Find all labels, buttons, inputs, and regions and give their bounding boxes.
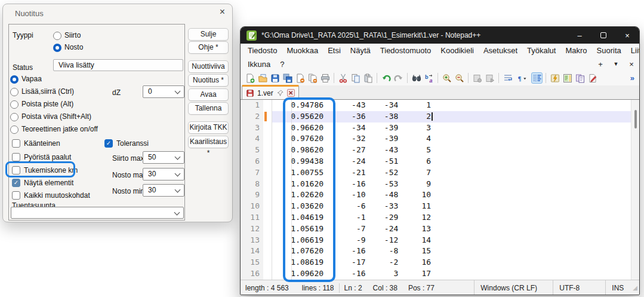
dz-combo[interactable]: 0 <box>143 85 184 98</box>
menu-item-muokkaa[interactable]: Muokkaa <box>282 44 323 57</box>
editor-text-line[interactable]: 0.97620 -32 -39 4 <box>272 133 639 145</box>
close-icon[interactable]: × <box>220 7 225 17</box>
paste-icon[interactable] <box>362 72 374 84</box>
siirto-max-combo[interactable]: 50 <box>143 151 184 164</box>
document-switcher-icon[interactable] <box>574 72 586 84</box>
eol-format[interactable]: Windows (CR LF) <box>474 280 553 295</box>
editor-text-line[interactable]: 1.07620 -16 -8 15 <box>272 246 639 257</box>
checkbox-kaanteinen-label[interactable]: Käänteinen <box>24 139 60 148</box>
copy-icon[interactable] <box>350 72 361 84</box>
radio-siirto-label[interactable]: Siirto <box>64 31 81 39</box>
line-number[interactable]: 12 <box>241 223 263 235</box>
line-number[interactable]: 3 <box>241 123 263 134</box>
document-map-icon[interactable] <box>562 72 573 84</box>
status-field[interactable]: Viiva lisätty <box>53 59 183 71</box>
editor-text-line[interactable]: 1.00755 -21 -52 7 <box>272 167 639 179</box>
checkbox-nayta-elementit-label[interactable]: Näytä elementit <box>24 179 73 187</box>
line-number[interactable]: 14 <box>241 246 263 257</box>
checkbox-pyorista-paalut[interactable] <box>12 153 20 161</box>
word-wrap-icon[interactable] <box>502 72 513 84</box>
maximize-button[interactable] <box>591 27 615 44</box>
radio-poista-piste[interactable] <box>10 100 19 109</box>
dialog-button-kaarilistaus[interactable]: Kaarilistaus * <box>188 136 229 148</box>
dialog-button-avaa[interactable]: Avaa <box>188 88 229 101</box>
menu-item-tiedostomuoto[interactable]: Tiedostomuoto <box>375 44 436 57</box>
function-completion-icon[interactable] <box>549 72 560 84</box>
radio-lisaa-siirra-label[interactable]: Lisää,siirrä (Ctrl) <box>21 87 74 96</box>
menu-item-help[interactable]: ? <box>275 58 289 71</box>
checkbox-kaikki-muutoskohdat-label[interactable]: Kaikki muutoskohdat <box>24 191 90 200</box>
edit-marker-icon[interactable] <box>587 72 598 84</box>
menu-item-liitännäiset[interactable]: Liitännäiset <box>626 44 640 57</box>
editor-area[interactable]: 1 0.94786 -43 -34 12 0.95620 -36 -38 23 … <box>241 100 639 280</box>
dialog-button-ohje[interactable]: Ohje * <box>188 41 229 54</box>
new-file-icon[interactable] <box>244 72 255 84</box>
dialog-button-nuottiviiva[interactable]: Nuottiviiva <box>188 60 229 73</box>
editor-text-line[interactable]: 1.03620 -6 -33 11 <box>272 201 639 212</box>
tab-1ver[interactable]: 1.ver ✕ <box>242 85 299 99</box>
radio-poista-viiva[interactable] <box>10 113 19 121</box>
radio-poista-piste-label[interactable]: Poista piste (Alt) <box>21 100 73 108</box>
tuentasuunta-combo[interactable] <box>11 207 184 219</box>
line-number[interactable]: 10 <box>241 201 263 212</box>
menu-item-makro[interactable]: Makro <box>560 44 591 57</box>
editor-text-line[interactable]: 0.98620 -27 -43 5 <box>272 145 639 156</box>
dialog-button-tallenna[interactable]: Tallenna <box>188 102 229 115</box>
line-number[interactable]: 11 <box>241 212 263 223</box>
nosto-min-combo[interactable]: 30 <box>143 184 184 197</box>
toolbar-overflow-icon[interactable]: » <box>630 74 634 82</box>
radio-nosto-label[interactable]: Nosto <box>64 43 83 51</box>
line-number[interactable]: 7 <box>241 167 263 179</box>
radio-lisaa-siirra[interactable] <box>10 88 19 96</box>
line-number[interactable]: 9 <box>241 189 263 201</box>
menu-item-asetukset[interactable]: Asetukset <box>479 44 522 57</box>
dialog-button-nuotitus[interactable]: Nuotitus * <box>188 74 229 87</box>
replace-icon[interactable]: ba <box>423 72 435 84</box>
nosto-max-combo[interactable]: 30 <box>143 168 184 180</box>
line-number[interactable]: 8 <box>241 179 263 190</box>
line-number[interactable]: 1 <box>241 100 263 111</box>
editor-text-line[interactable]: 1.05619 -7 -24 13 <box>272 223 639 235</box>
close-button[interactable]: × <box>615 27 639 44</box>
tab-close-icon[interactable]: ✕ <box>287 89 295 97</box>
close-icon[interactable] <box>294 72 306 84</box>
menu-item-etsi[interactable]: Etsi <box>323 44 346 57</box>
editor-text-line[interactable]: 1.08619 -17 -2 16 <box>272 257 639 268</box>
tab-list-dropdown-icon[interactable]: ▼ <box>608 61 624 67</box>
radio-vapaa-label[interactable]: Vapaa <box>21 75 42 83</box>
dialog-button-sulje[interactable]: Sulje <box>188 28 229 41</box>
insert-mode[interactable]: INS <box>605 280 633 295</box>
open-file-icon[interactable] <box>257 72 268 84</box>
line-number[interactable]: 2 <box>241 111 263 123</box>
radio-poista-viiva-label[interactable]: Poista viiva (Shift+Alt) <box>21 112 91 121</box>
editor-text-line[interactable]: 1.09620 -16 3 17 <box>272 268 639 280</box>
save-icon[interactable] <box>269 72 281 84</box>
editor-text-line[interactable]: 1.04619 -1 -29 12 <box>272 212 639 223</box>
menu-item-näytä[interactable]: Näytä <box>346 44 375 57</box>
checkbox-toleranssi[interactable]: ✓ <box>104 139 113 148</box>
radio-nosto[interactable] <box>53 44 61 52</box>
encoding[interactable]: UTF-8 <box>553 280 605 295</box>
dialog-button-kirjoita-tkk[interactable]: Kirjoita TKK * <box>188 121 229 134</box>
editor-text-line[interactable]: 0.95620 -36 -38 2 <box>272 111 639 123</box>
close-all-icon[interactable] <box>307 72 318 84</box>
editor-text-line[interactable]: 0.96620 -34 -39 3 <box>272 123 639 134</box>
pin-icon[interactable] <box>276 89 284 97</box>
menu-item-suorita[interactable]: Suorita <box>592 44 626 57</box>
line-number[interactable]: 4 <box>241 133 263 145</box>
vertical-scrollbar[interactable] <box>631 100 639 280</box>
menu-item-työkalut[interactable]: Työkalut <box>522 44 560 57</box>
find-icon[interactable] <box>411 72 422 84</box>
checkbox-kaanteinen[interactable] <box>12 139 20 148</box>
undo-icon[interactable] <box>380 72 392 84</box>
radio-teoreettinen[interactable] <box>10 125 19 134</box>
line-number[interactable]: 5 <box>241 145 263 156</box>
radio-teoreettinen-label[interactable]: Teoreettinen jatke on/off <box>21 125 98 133</box>
radio-siirto[interactable] <box>53 32 61 40</box>
new-tab-button[interactable]: + <box>593 60 608 69</box>
playback-macro-icon[interactable] <box>484 72 495 84</box>
resize-grip-icon[interactable]: ◢ <box>633 284 639 291</box>
editor-text-line[interactable]: 0.94786 -43 -34 1 <box>272 100 639 111</box>
record-macro-icon[interactable] <box>472 72 483 84</box>
editor-text-line[interactable]: 1.06619 -9 -12 14 <box>272 235 639 246</box>
